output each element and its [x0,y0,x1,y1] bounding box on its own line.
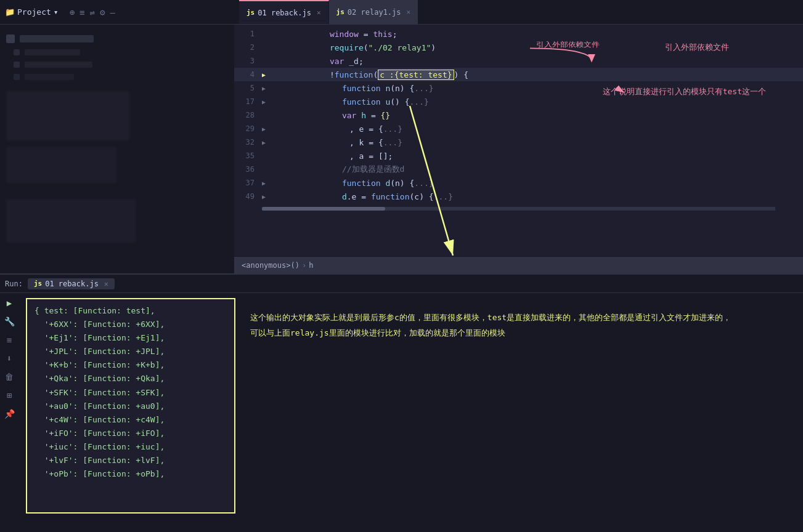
title-bar: 📁 Project ▾ ⊕ ≡ ⇌ ⚙ — js 01 reback.js ✕ … [0,0,803,25]
js-icon: js [247,9,255,17]
lines-icon[interactable]: ≡ [7,335,12,345]
console-line: '+iFO': [Function: +iFO], [35,427,227,440]
console-annotation: 这个输出的大对象实际上就是到最后形参c的值，里面有很多模块，test是直接加载进… [250,303,791,341]
console-line: '+oPb': [Function: +oPb], [35,467,227,481]
tab-close-reback[interactable]: ✕ [317,9,321,17]
status-bar: <anonymous>() › h [234,256,803,273]
tab-relay[interactable]: js 02 relay1.js ✕ [329,0,419,24]
console-line: '+lvF': [Function: +lvF], [35,454,227,467]
pin-icon[interactable]: 📌 [4,409,15,419]
run-label: Run: [5,280,23,288]
run-tab-label: 01 reback.js [45,280,99,288]
grid-icon[interactable]: ⊞ [7,390,12,400]
tab-label-relay: 02 relay1.js [348,8,401,17]
code-line-49: 49 ▶ d.e = function(c) {...} [234,190,803,203]
console-left: { test: [Function: test], '+6XX': [Funct… [26,298,235,527]
console-line: '+au0': [Function: +au0], [35,400,227,413]
horizontal-scrollbar[interactable] [262,207,775,211]
console-box: { test: [Function: test], '+6XX': [Funct… [26,298,235,514]
console-line: '+iuc': [Function: +iuc], [35,440,227,454]
tabs-bar: js 01 reback.js ✕ js 02 relay1.js ✕ [239,0,798,24]
console-right: 这个输出的大对象实际上就是到最后形参c的值，里面有很多模块，test是直接加载进… [245,298,796,527]
run-bar: Run: js 01 reback.js ✕ [0,275,803,293]
settings-icon[interactable]: ⚙ [100,7,105,17]
trash-icon[interactable]: 🗑 [5,372,14,382]
project-label[interactable]: 📁 Project ▾ [5,7,59,17]
code-lines: 1 window = this; 2 require("./02 relay1"… [234,25,803,206]
run-tab-close[interactable]: ✕ [104,280,108,288]
download-icon[interactable]: ⬇ [7,353,12,363]
console-line: '+JPL': [Function: +JPL], [35,345,227,358]
split-icon[interactable]: ⇌ [90,7,95,17]
console-line: { test: [Function: test], [35,304,227,318]
main-layout: 1 window = this; 2 require("./02 relay1"… [0,25,803,273]
run-tab[interactable]: js 01 reback.js ✕ [28,278,115,289]
minimize-icon[interactable]: — [110,7,115,17]
annotation-line-2: 可以与上面relay.js里面的模块进行比对，加载的就是那个里面的模块 [250,326,791,341]
folder-icon: 📁 [5,7,15,17]
tab-reback[interactable]: js 01 reback.js ✕ [239,0,329,24]
breadcrumb-arrow: › [302,261,306,270]
console-line: '+SFK': [Function: +SFK], [35,386,227,400]
console-line: '+6XX': [Function: +6XX], [35,318,227,331]
tab-close-relay[interactable]: ✕ [407,8,411,16]
left-panel-icons: ▶ 🔧 ≡ ⬇ 🗑 ⊞ 📌 [0,293,18,532]
run-tab-icon: js [34,280,42,288]
bottom-content: ▶ 🔧 ≡ ⬇ 🗑 ⊞ 📌 { test: [Function: test], … [0,293,803,532]
console-line: '+Qka': [Function: +Qka], [35,372,227,385]
title-icons: ⊕ ≡ ⇌ ⚙ — [70,7,115,17]
sidebar [0,25,234,273]
add-icon[interactable]: ⊕ [70,7,75,17]
editor-area: 1 window = this; 2 require("./02 relay1"… [234,25,803,273]
console-line: '+K+b': [Function: +K+b], [35,358,227,372]
title-bar-left: 📁 Project ▾ ⊕ ≡ ⇌ ⚙ — [5,7,239,17]
console-output[interactable]: { test: [Function: test], '+6XX': [Funct… [18,293,803,532]
console-line: '+Ej1': [Function: +Ej1], [35,331,227,345]
annotation-line-1: 这个输出的大对象实际上就是到最后形参c的值，里面有很多模块，test是直接加载进… [250,310,791,326]
breadcrumb-h: h [309,261,313,270]
tab-label-reback: 01 reback.js [258,9,311,17]
breadcrumb-anon: <anonymous>() [242,261,300,270]
breadcrumb: <anonymous>() › h [242,261,313,270]
code-editor[interactable]: 1 window = this; 2 require("./02 relay1"… [234,25,803,256]
js-icon-2: js [336,8,344,16]
list-icon[interactable]: ≡ [79,7,84,17]
run-icon[interactable]: ▶ [7,298,12,308]
tool-icon[interactable]: 🔧 [4,316,15,326]
bottom-panel: Run: js 01 reback.js ✕ ▶ 🔧 ≡ ⬇ 🗑 ⊞ 📌 { t… [0,273,803,532]
console-line: '+c4W': [Function: +c4W], [35,413,227,427]
